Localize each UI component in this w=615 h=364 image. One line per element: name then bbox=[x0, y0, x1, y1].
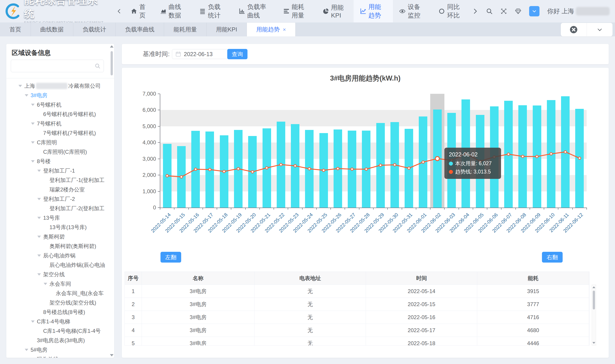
tree-node-登利加工厂-2(登利加工[interactable]: 登利加工厂-2(登利加工 bbox=[6, 204, 109, 213]
line-point-2022-05-19[interactable] bbox=[237, 168, 240, 170]
language-dropdown-button[interactable] bbox=[529, 6, 539, 16]
line-point-2022-06-10[interactable] bbox=[550, 153, 552, 155]
tab-用能趋势[interactable]: 用能趋势× bbox=[247, 23, 295, 36]
tree-node-架空分线[interactable]: 架空分线 bbox=[6, 270, 109, 279]
tree-node-7号螺杆机(7号螺杆机)[interactable]: 7号螺杆机(7号螺杆机) bbox=[6, 128, 109, 138]
line-point-2022-06-02[interactable] bbox=[435, 157, 439, 161]
tab-曲线数据[interactable]: 曲线数据 bbox=[31, 23, 73, 36]
nav-collapse-left-icon[interactable] bbox=[116, 8, 122, 14]
tree-node-13号库(13号库)[interactable]: 13号库(13号库) bbox=[6, 223, 109, 232]
tree-expand-arrow-icon[interactable] bbox=[25, 94, 30, 96]
page-left-button[interactable]: 左翻 bbox=[160, 252, 181, 262]
line-point-2022-05-26[interactable] bbox=[336, 168, 339, 170]
line-point-2022-05-14[interactable] bbox=[166, 175, 168, 177]
tree-node-永会车间_电(永会车[interactable]: 永会车间_电(永会车 bbox=[6, 289, 109, 298]
line-point-2022-06-08[interactable] bbox=[521, 155, 524, 157]
tree-expand-arrow-icon[interactable] bbox=[37, 273, 43, 276]
search-icon[interactable] bbox=[95, 63, 100, 69]
tree-search-input[interactable] bbox=[11, 63, 95, 69]
tree-node-13号库[interactable]: 13号库 bbox=[6, 213, 109, 223]
line-point-2022-05-22[interactable] bbox=[280, 163, 282, 166]
scroll-down-arrow[interactable] bbox=[592, 342, 595, 344]
tree-node-3#电房[interactable]: 3#电房 bbox=[6, 91, 109, 100]
line-point-2022-05-21[interactable] bbox=[266, 167, 268, 169]
tree-node-奥斯柯碧[interactable]: 奥斯柯碧 bbox=[6, 232, 109, 241]
line-point-2022-05-24[interactable] bbox=[308, 168, 311, 170]
scroll-down-arrow[interactable] bbox=[110, 354, 113, 356]
line-point-2022-05-27[interactable] bbox=[351, 168, 353, 170]
tab-用能KPI[interactable]: 用能KPI bbox=[207, 23, 247, 36]
line-point-2022-06-11[interactable] bbox=[564, 151, 567, 153]
line-point-2022-05-29[interactable] bbox=[379, 164, 382, 167]
tree-expand-arrow-icon[interactable] bbox=[25, 349, 30, 351]
nav-item-能耗用量[interactable]: 能耗用量 bbox=[277, 0, 316, 22]
tree-node-5#电房[interactable]: 5#电房 bbox=[6, 345, 109, 355]
nav-overflow-right-icon[interactable] bbox=[472, 8, 478, 14]
tree-expand-arrow-icon[interactable] bbox=[31, 123, 37, 125]
nav-item-用能KPI[interactable]: 用能KPI bbox=[316, 0, 354, 22]
tree-node-C库1-4号电梯(C库1-4号[interactable]: C库1-4号电梯(C库1-4号 bbox=[6, 326, 109, 336]
tree-expand-arrow-icon[interactable] bbox=[37, 170, 43, 172]
page-right-button[interactable]: 右翻 bbox=[542, 252, 563, 262]
line-point-2022-05-17[interactable] bbox=[209, 168, 211, 171]
tree-expand-arrow-icon[interactable] bbox=[31, 160, 37, 162]
search-icon[interactable] bbox=[486, 8, 493, 14]
tree-node-登利加工厂-1(登利加工[interactable]: 登利加工厂-1(登利加工 bbox=[6, 175, 109, 185]
tree-node-上海冷藏有限公司[interactable]: 上海冷藏有限公司 bbox=[6, 81, 109, 91]
tab-首页[interactable]: 首页 bbox=[0, 23, 31, 36]
tree-expand-arrow-icon[interactable] bbox=[31, 321, 37, 323]
table-scrollbar[interactable] bbox=[592, 285, 596, 346]
tree-expand-arrow-icon[interactable] bbox=[31, 141, 37, 144]
tree-node-3#电房总表(3#电房)[interactable]: 3#电房总表(3#电房) bbox=[6, 336, 109, 345]
line-point-2022-05-25[interactable] bbox=[322, 169, 325, 171]
nav-item-负载统计[interactable]: 负载统计 bbox=[193, 0, 232, 22]
close-all-tabs-button[interactable] bbox=[561, 23, 587, 36]
nav-item-首页[interactable]: 首页 bbox=[125, 0, 154, 22]
tree-node-瑞蒙2楼办公室[interactable]: 瑞蒙2楼办公室 bbox=[6, 185, 109, 194]
nav-item-同比环比[interactable]: 同比环比 bbox=[432, 0, 472, 22]
tree-expand-arrow-icon[interactable] bbox=[37, 198, 43, 200]
tree-node-登利加工厂-1[interactable]: 登利加工厂-1 bbox=[6, 166, 109, 175]
line-point-2022-06-09[interactable] bbox=[536, 155, 538, 158]
theme-gem-icon[interactable] bbox=[515, 8, 521, 14]
nav-item-设备监控[interactable]: 设备监控 bbox=[393, 0, 432, 22]
tree-node-6号螺杆机[interactable]: 6号螺杆机 bbox=[6, 100, 109, 109]
nav-item-负载率曲线[interactable]: 负载率曲线 bbox=[232, 0, 277, 22]
tree-node-码头总线[interactable]: 码头总线 bbox=[6, 355, 109, 358]
line-point-2022-06-12[interactable] bbox=[578, 157, 581, 159]
tab-menu-chevron-down-icon[interactable] bbox=[587, 23, 613, 36]
line-point-2022-05-20[interactable] bbox=[251, 170, 254, 173]
tree-node-辰心电油炸锅[interactable]: 辰心电油炸锅 bbox=[6, 251, 109, 260]
tree-node-7号螺杆机[interactable]: 7号螺杆机 bbox=[6, 119, 109, 128]
tree-expand-arrow-icon[interactable] bbox=[31, 104, 37, 106]
tree-node-C库照明[interactable]: C库照明 bbox=[6, 138, 109, 147]
tree-expand-arrow-icon[interactable] bbox=[37, 217, 43, 219]
tree-node-永会车间[interactable]: 永会车间 bbox=[6, 279, 109, 289]
tree-node-登利加工厂-2[interactable]: 登利加工厂-2 bbox=[6, 194, 109, 204]
line-point-2022-05-30[interactable] bbox=[393, 164, 396, 166]
tree-expand-arrow-icon[interactable] bbox=[37, 255, 43, 257]
scrollbar-thumb[interactable] bbox=[111, 51, 113, 75]
tree-node-C库1-4号电梯[interactable]: C库1-4号电梯 bbox=[6, 317, 109, 326]
tab-负载率曲线[interactable]: 负载率曲线 bbox=[116, 23, 164, 36]
tree-node-奥斯柯碧(奥斯柯碧)[interactable]: 奥斯柯碧(奥斯柯碧) bbox=[6, 241, 109, 251]
tab-负载统计[interactable]: 负载统计 bbox=[73, 23, 116, 36]
tab-close-icon[interactable]: × bbox=[283, 26, 286, 33]
line-point-2022-05-15[interactable] bbox=[180, 176, 182, 178]
query-button[interactable]: 查询 bbox=[227, 49, 248, 59]
tree-node-8号楼[interactable]: 8号楼 bbox=[6, 157, 109, 166]
line-point-2022-05-28[interactable] bbox=[365, 168, 367, 170]
tree-expand-arrow-icon[interactable] bbox=[37, 236, 43, 238]
line-point-2022-06-07[interactable] bbox=[507, 153, 510, 156]
fullscreen-icon[interactable] bbox=[500, 8, 507, 14]
scroll-up-arrow[interactable] bbox=[110, 45, 113, 48]
line-point-2022-05-23[interactable] bbox=[294, 165, 296, 167]
tree-expand-arrow-icon[interactable] bbox=[44, 283, 49, 285]
line-point-2022-05-18[interactable] bbox=[223, 170, 225, 173]
sidebar-scrollbar[interactable] bbox=[110, 45, 114, 356]
line-point-2022-05-16[interactable] bbox=[195, 168, 197, 170]
tree-node-架空分线(架空分线)[interactable]: 架空分线(架空分线) bbox=[6, 298, 109, 307]
scrollbar-thumb[interactable] bbox=[593, 291, 595, 310]
tree-node-C库照明(C库照明)[interactable]: C库照明(C库照明) bbox=[6, 147, 109, 157]
tree-node-8号楼总线(8号楼)[interactable]: 8号楼总线(8号楼) bbox=[6, 307, 109, 317]
